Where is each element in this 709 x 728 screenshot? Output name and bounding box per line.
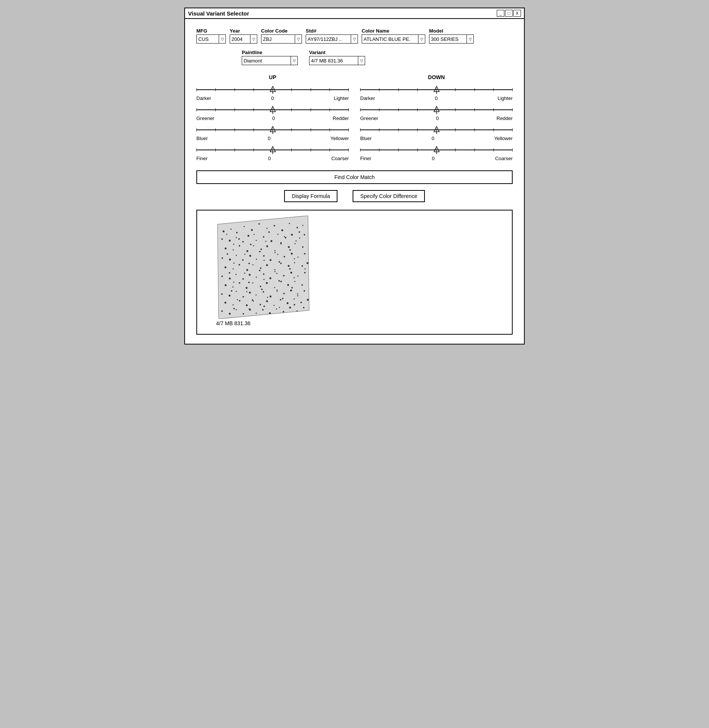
up-slider-row-2: Bluer 0 Yellower bbox=[196, 124, 349, 141]
svg-marker-0 bbox=[270, 86, 275, 92]
down-slider-track-container-3 bbox=[360, 144, 513, 156]
up-center-label-1: 0 bbox=[272, 115, 275, 121]
mfg-input[interactable] bbox=[196, 34, 219, 44]
paintline-group: Paintline ▽ bbox=[242, 50, 298, 65]
down-label-right-2: Yellower bbox=[494, 136, 513, 141]
svg-marker-12 bbox=[434, 126, 439, 132]
variant-label: Variant bbox=[309, 50, 365, 55]
window-controls: _ □ X bbox=[497, 10, 521, 17]
down-slider-row-1: Greener 0 Redder bbox=[360, 104, 513, 121]
up-slider-thumb-0[interactable] bbox=[269, 86, 276, 94]
up-slider-labels-3: Finer 0 Coarser bbox=[196, 156, 349, 161]
window-content: MFG ▽ Year ▽ Color Code ▽ bbox=[185, 19, 524, 344]
up-slider-thumb-2[interactable] bbox=[269, 126, 276, 134]
variant-input[interactable] bbox=[309, 56, 358, 65]
color-name-group: Color Name ▽ bbox=[362, 28, 425, 44]
sliders-section: UP bbox=[196, 74, 513, 164]
title-bar: Visual Variant Selector _ □ X bbox=[185, 8, 524, 19]
svg-marker-10 bbox=[434, 106, 439, 112]
year-dropdown-arrow[interactable]: ▽ bbox=[250, 34, 257, 44]
swatch-area: 4/7 MB 831.36 bbox=[196, 210, 513, 335]
year-input[interactable] bbox=[230, 34, 250, 44]
down-label-left-3: Finer bbox=[360, 156, 372, 161]
up-slider-track-container-3 bbox=[196, 144, 349, 156]
display-formula-button[interactable]: Display Formula bbox=[284, 190, 337, 202]
std-num-input[interactable] bbox=[306, 34, 351, 44]
paintline-input-row: ▽ bbox=[242, 56, 298, 65]
down-slider-track-container-0 bbox=[360, 84, 513, 95]
svg-marker-2 bbox=[270, 106, 275, 112]
up-label-left-2: Bluer bbox=[196, 136, 208, 141]
paintline-label: Paintline bbox=[242, 50, 298, 55]
color-name-dropdown-arrow[interactable]: ▽ bbox=[418, 34, 425, 44]
mfg-input-row: ▽ bbox=[196, 34, 226, 44]
restore-button[interactable]: □ bbox=[505, 10, 513, 17]
down-slider-track-container-2 bbox=[360, 124, 513, 136]
down-label-left-2: Bluer bbox=[360, 136, 372, 141]
down-slider-row-3: Finer 0 Coarser bbox=[360, 144, 513, 161]
variant-group: Variant ▽ bbox=[309, 50, 365, 65]
down-label-right-0: Lighter bbox=[498, 95, 513, 101]
down-slider-thumb-0[interactable] bbox=[433, 86, 440, 94]
model-group: Model ▽ bbox=[429, 28, 474, 44]
up-center-label-0: 0 bbox=[271, 95, 274, 101]
close-button[interactable]: X bbox=[513, 10, 521, 17]
model-input-row: ▽ bbox=[429, 34, 474, 44]
find-color-match-button[interactable]: Find Color Match bbox=[196, 170, 513, 184]
std-num-input-row: ▽ bbox=[306, 34, 358, 44]
down-slider-track-container-1 bbox=[360, 104, 513, 115]
color-name-input[interactable] bbox=[362, 34, 418, 44]
up-label-left-0: Darker bbox=[196, 95, 211, 101]
up-slider-row-0: Darker 0 Lighter bbox=[196, 84, 349, 101]
color-code-group: Color Code ▽ bbox=[261, 28, 302, 44]
down-slider-labels-1: Greener 0 Redder bbox=[360, 115, 513, 121]
svg-marker-14 bbox=[434, 147, 439, 152]
color-code-dropdown-arrow[interactable]: ▽ bbox=[295, 34, 302, 44]
std-num-group: Std# ▽ bbox=[306, 28, 358, 44]
up-slider-labels-0: Darker 0 Lighter bbox=[196, 95, 349, 101]
window-title: Visual Variant Selector bbox=[188, 10, 249, 17]
minimize-button[interactable]: _ bbox=[497, 10, 504, 17]
year-label: Year bbox=[230, 28, 257, 34]
up-slider-track-container-1 bbox=[196, 104, 349, 115]
sub-fields-row: Paintline ▽ Variant ▽ bbox=[242, 50, 513, 65]
down-slider-thumb-1[interactable] bbox=[433, 106, 440, 114]
variant-input-row: ▽ bbox=[309, 56, 365, 65]
up-title: UP bbox=[196, 74, 349, 80]
down-label-right-1: Redder bbox=[496, 115, 513, 121]
down-slider-group: DOWN bbox=[360, 74, 513, 164]
up-slider-track-container-2 bbox=[196, 124, 349, 136]
model-label: Model bbox=[429, 28, 474, 34]
color-code-label: Color Code bbox=[261, 28, 302, 34]
up-slider-thumb-3[interactable] bbox=[269, 146, 276, 154]
std-num-dropdown-arrow[interactable]: ▽ bbox=[351, 34, 358, 44]
up-slider-row-1: Greener 0 Redder bbox=[196, 104, 349, 121]
down-center-label-2: 0 bbox=[432, 136, 434, 141]
down-slider-thumb-3[interactable] bbox=[433, 146, 440, 154]
up-label-left-3: Finer bbox=[196, 156, 208, 161]
color-code-input[interactable] bbox=[261, 34, 295, 44]
up-center-label-2: 0 bbox=[268, 136, 271, 141]
up-label-right-0: Lighter bbox=[334, 95, 349, 101]
swatch-label: 4/7 MB 831.36 bbox=[216, 320, 250, 326]
year-input-row: ▽ bbox=[230, 34, 257, 44]
down-slider-thumb-2[interactable] bbox=[433, 126, 440, 134]
down-center-label-0: 0 bbox=[435, 95, 438, 101]
model-input[interactable] bbox=[429, 34, 467, 44]
mfg-dropdown-arrow[interactable]: ▽ bbox=[219, 34, 226, 44]
paintline-input[interactable] bbox=[242, 56, 291, 65]
up-slider-thumb-1[interactable] bbox=[269, 106, 276, 114]
model-dropdown-arrow[interactable]: ▽ bbox=[467, 34, 474, 44]
svg-marker-6 bbox=[270, 147, 275, 152]
down-slider-labels-0: Darker 0 Lighter bbox=[360, 95, 513, 101]
down-label-left-1: Greener bbox=[360, 115, 378, 121]
up-label-right-2: Yellower bbox=[330, 136, 349, 141]
specify-color-difference-button[interactable]: Specify Color Difference bbox=[353, 190, 425, 202]
down-slider-labels-3: Finer 0 Coarser bbox=[360, 156, 513, 161]
down-slider-row-2: Bluer 0 Yellower bbox=[360, 124, 513, 141]
svg-marker-4 bbox=[270, 126, 275, 132]
variant-dropdown-arrow[interactable]: ▽ bbox=[358, 56, 365, 65]
bottom-buttons: Display Formula Specify Color Difference bbox=[196, 190, 513, 202]
down-title: DOWN bbox=[360, 74, 513, 80]
paintline-dropdown-arrow[interactable]: ▽ bbox=[291, 56, 298, 65]
